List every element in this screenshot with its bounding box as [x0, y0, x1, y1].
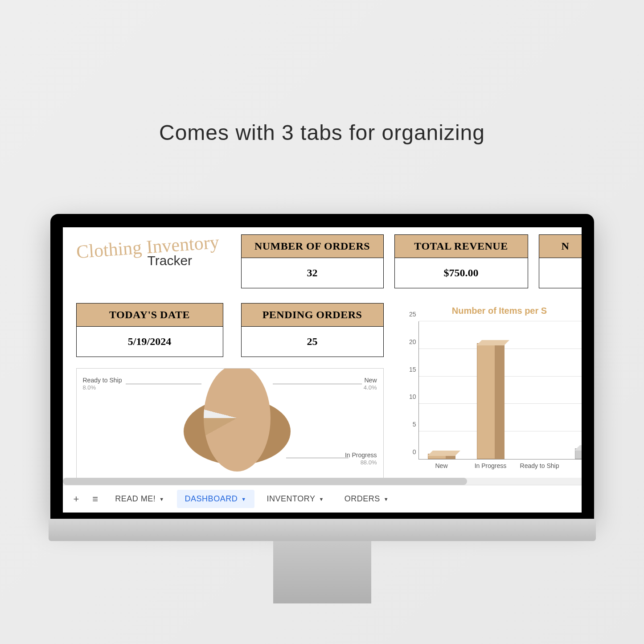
pie-chart	[184, 385, 291, 482]
bar-chart-title: Number of Items per S	[397, 303, 582, 321]
pie-leader-line	[126, 384, 201, 384]
horizontal-scrollbar[interactable]	[63, 478, 582, 485]
stat-value: 5/19/2024	[77, 327, 223, 357]
x-category: New	[435, 462, 447, 469]
tab-label: READ ME!	[115, 494, 156, 504]
sheet-tab-bar: + ≡ READ ME! ▼ DASHBOARD ▼ INVENTORY ▼ O…	[63, 485, 582, 513]
pie-leader-line	[273, 384, 362, 384]
monitor-mockup: Clothing Inventory Tracker NUMBER OF ORD…	[50, 214, 594, 603]
y-tick: 10	[403, 393, 416, 400]
stat-value	[539, 258, 582, 288]
tab-dashboard[interactable]: DASHBOARD ▼	[177, 490, 254, 508]
stat-label: TOTAL REVENUE	[395, 235, 528, 258]
pie-slice-label-new: New 4.0%	[364, 377, 377, 391]
tab-label: INVENTORY	[267, 494, 316, 504]
stat-label: N	[539, 235, 582, 258]
tab-read-me[interactable]: READ ME! ▼	[107, 490, 172, 508]
screen: Clothing Inventory Tracker NUMBER OF ORD…	[63, 227, 582, 513]
y-tick: 5	[403, 421, 416, 428]
tab-orders[interactable]: ORDERS ▼	[336, 490, 397, 508]
stat-label: TODAY'S DATE	[77, 304, 223, 327]
pie-slice-label-ready: Ready to Ship 8.0%	[83, 377, 122, 391]
stat-value: 25	[242, 327, 383, 357]
monitor-stand	[273, 541, 371, 603]
chevron-down-icon: ▼	[319, 496, 324, 502]
tab-inventory[interactable]: INVENTORY ▼	[259, 490, 332, 508]
pie-slice-label-inprogress: In Progress 88.0%	[345, 451, 377, 466]
dashboard-sheet: Clothing Inventory Tracker NUMBER OF ORD…	[63, 227, 582, 485]
x-category: In Progress	[475, 462, 507, 469]
stat-pending-orders: PENDING ORDERS 25	[241, 303, 384, 357]
chevron-down-icon: ▼	[241, 496, 246, 502]
bar-chart-panel: Number of Items per S 0 5 10 15 20 25	[397, 303, 582, 481]
stat-value: 32	[242, 258, 383, 288]
stat-label: PENDING ORDERS	[242, 304, 383, 327]
y-tick: 20	[403, 338, 416, 345]
stat-number-of-orders: NUMBER OF ORDERS 32	[241, 234, 384, 288]
stat-value: $750.00	[395, 258, 528, 288]
tab-label: DASHBOARD	[185, 494, 238, 504]
stat-total-revenue: TOTAL REVENUE $750.00	[394, 234, 528, 288]
stats-row-1: NUMBER OF ORDERS 32 TOTAL REVENUE $750.0…	[241, 234, 582, 288]
chevron-down-icon: ▼	[384, 496, 389, 502]
scrollbar-thumb[interactable]	[63, 478, 468, 485]
pie-leader-line	[286, 458, 349, 458]
all-sheets-button[interactable]: ≡	[88, 491, 103, 508]
monitor-bezel: Clothing Inventory Tracker NUMBER OF ORD…	[50, 214, 594, 519]
chevron-down-icon: ▼	[159, 496, 164, 502]
y-tick: 25	[403, 311, 416, 318]
y-tick: 15	[403, 366, 416, 373]
bar-chart-plot: 0 5 10 15 20 25	[418, 321, 582, 459]
stat-todays-date: TODAY'S DATE 5/19/2024	[76, 303, 223, 357]
x-category: Ready to Ship	[517, 462, 562, 469]
stat-label: NUMBER OF ORDERS	[242, 235, 383, 258]
logo: Clothing Inventory Tracker	[76, 239, 228, 268]
monitor-chin	[49, 519, 596, 541]
add-sheet-button[interactable]: +	[69, 491, 84, 508]
stat-partial-cutoff: N	[539, 234, 582, 288]
stats-row-2: TODAY'S DATE 5/19/2024 PENDING ORDERS 25	[76, 303, 384, 357]
pie-chart-panel: Ready to Ship 8.0% New 4.0% In Progress …	[76, 368, 384, 482]
y-tick: 0	[403, 448, 416, 455]
marketing-headline: Comes with 3 tabs for organizing	[0, 120, 644, 145]
tab-label: ORDERS	[345, 494, 380, 504]
